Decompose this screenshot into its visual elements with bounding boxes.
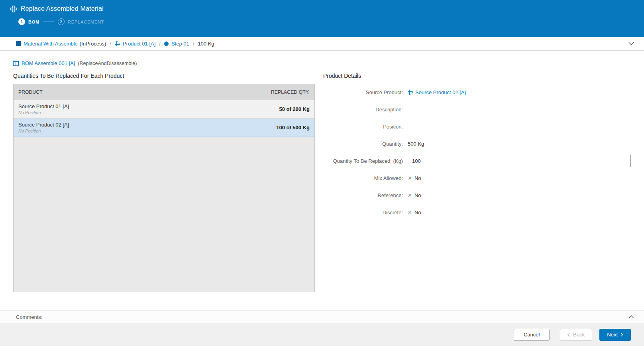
cross-icon: ✕ [408, 210, 412, 216]
product-details-title: Product Details [323, 73, 631, 79]
quantity-label: Quantity: [323, 141, 403, 147]
bom-icon [13, 61, 19, 66]
breadcrumb-step-link[interactable]: Step 01 [171, 41, 189, 47]
discrete-value: ✕ No [408, 210, 631, 216]
field-description: Description: [323, 101, 631, 118]
bom-mode: (ReplaceAndDisassemble) [78, 61, 137, 66]
chevron-down-icon[interactable] [627, 41, 635, 46]
quantity-to-be-replaced-input[interactable] [408, 155, 631, 167]
footer-action-bar: Cancel Back Next [0, 323, 644, 346]
quantities-panel-title: Quantities To Be Replaced For Each Produ… [13, 73, 315, 79]
back-button[interactable]: Back [560, 329, 592, 341]
wizard-header: Replace Assembled Material 1 BOM 2 REPLA… [0, 0, 644, 37]
breadcrumb-product-link[interactable]: Product 01 [A] [123, 41, 155, 47]
cancel-button-label: Cancel [524, 332, 540, 338]
cross-icon: ✕ [408, 192, 412, 198]
reference-value: ✕ No [408, 192, 631, 198]
field-reference: Reference: ✕ No [323, 187, 631, 204]
position-label: Position: [323, 124, 403, 130]
step-1-label: BOM [28, 20, 39, 24]
material-icon [16, 41, 21, 46]
step-2-indicator: 2 [58, 18, 65, 25]
breadcrumb-quantity: 100 Kg [198, 41, 214, 47]
breadcrumb-separator: / [110, 41, 111, 47]
bom-link[interactable]: BOM Assemble 001 [A] [22, 60, 75, 66]
qty-to-replace-label: Quantity To Be Replaced: (Kg) [323, 158, 403, 164]
wizard-steps: 1 BOM 2 REPLACEMENT [18, 18, 644, 25]
discrete-label: Discrete: [323, 210, 403, 216]
source-product-value: Source Product 02 [A] [408, 89, 631, 95]
page-title: Replace Assembled Material [21, 5, 104, 12]
row-product-name: Source Product 01 [A] [18, 103, 69, 110]
source-product-link[interactable]: Source Product 02 [A] [415, 89, 466, 95]
title-row: Replace Assembled Material [10, 5, 644, 12]
breadcrumb-separator: / [193, 41, 194, 47]
reference-text: No [414, 192, 421, 198]
row-replaced-qty: 50 of 200 Kg [279, 106, 310, 112]
next-button-label: Next [607, 332, 618, 338]
replace-assembled-material-dialog: Replace Assembled Material 1 BOM 2 REPLA… [0, 0, 644, 346]
cancel-button[interactable]: Cancel [514, 329, 550, 341]
table-row[interactable]: Source Product 01 [A] No Position 50 of … [14, 100, 314, 119]
mix-allowed-value: ✕ No [408, 175, 631, 181]
reference-label: Reference: [323, 192, 403, 198]
row-product-name: Source Product 02 [A] [18, 121, 69, 129]
mix-allowed-label: Mix Allowed: [323, 175, 403, 181]
details-fields: Source Product: Source Product 02 [A] De… [323, 84, 631, 221]
product-icon [115, 41, 120, 46]
main-content: BOM Assemble 001 [A] (ReplaceAndDisassem… [0, 51, 644, 310]
field-qty-to-replace: Quantity To Be Replaced: (Kg) [323, 152, 631, 170]
table-header-row: PRODUCT REPLACED QTY. [14, 84, 314, 100]
step-connector-line [43, 22, 54, 22]
next-button[interactable]: Next [599, 329, 631, 341]
step-replacement[interactable]: 2 REPLACEMENT [58, 18, 104, 25]
product-details-panel: Product Details Source Product: Source P… [323, 66, 631, 221]
source-product-label: Source Product: [323, 89, 403, 95]
quantities-panel: Quantities To Be Replaced For Each Produ… [13, 66, 315, 292]
replace-material-icon [10, 6, 17, 12]
field-quantity: Quantity: 500 Kg [323, 135, 631, 152]
field-position: Position: [323, 118, 631, 135]
step-1-indicator: 1 [18, 18, 25, 25]
breadcrumb: Material With Assemble (InProcess) / Pro… [0, 37, 644, 51]
quantities-table: PRODUCT REPLACED QTY. Source Product 01 … [13, 84, 315, 292]
row-product-cell: Source Product 01 [A] No Position [18, 103, 69, 116]
product-icon [408, 90, 413, 95]
breadcrumb-material-link[interactable]: Material With Assemble [24, 41, 78, 47]
table-row-selected[interactable]: Source Product 02 [A] No Position 100 of… [14, 119, 314, 137]
comments-label: Comments: [16, 314, 42, 320]
column-replaced-qty: REPLACED QTY. [271, 89, 310, 95]
breadcrumb-separator: / [159, 41, 161, 47]
row-product-cell: Source Product 02 [A] No Position [18, 121, 69, 134]
content-columns: Quantities To Be Replaced For Each Produ… [13, 66, 631, 292]
material-state: (InProcess) [80, 41, 106, 47]
field-mix-allowed: Mix Allowed: ✕ No [323, 170, 631, 187]
comments-bar[interactable]: Comments: [0, 310, 644, 323]
qty-to-replace-value [408, 155, 631, 167]
discrete-text: No [414, 210, 421, 216]
row-position: No Position [18, 128, 69, 134]
chevron-up-icon[interactable] [627, 314, 635, 320]
step-bom[interactable]: 1 BOM [18, 18, 39, 25]
description-label: Description: [323, 107, 403, 113]
field-source-product: Source Product: Source Product 02 [A] [323, 84, 631, 101]
quantity-value: 500 Kg [408, 141, 631, 147]
column-product: PRODUCT [18, 89, 43, 95]
mix-allowed-text: No [414, 175, 421, 181]
step-icon [164, 42, 169, 46]
cross-icon: ✕ [408, 175, 412, 181]
step-2-label: REPLACEMENT [68, 20, 104, 24]
field-discrete: Discrete: ✕ No [323, 204, 631, 221]
bom-header: BOM Assemble 001 [A] (ReplaceAndDisassem… [13, 60, 631, 66]
row-replaced-qty: 100 of 500 Kg [276, 125, 310, 130]
back-button-label: Back [573, 332, 585, 338]
row-position: No Position [18, 110, 69, 115]
chevron-left-icon [567, 332, 570, 337]
chevron-right-icon [620, 332, 623, 337]
